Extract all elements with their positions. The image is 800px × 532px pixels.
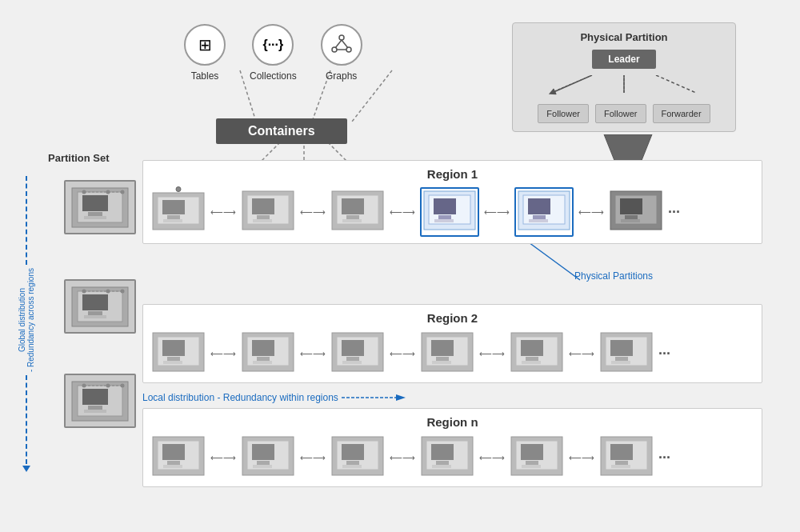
svg-rect-123 [252, 444, 274, 460]
svg-rect-129 [346, 461, 359, 465]
svg-rect-98 [342, 361, 362, 364]
svg-rect-128 [342, 444, 364, 460]
svg-rect-125 [253, 465, 272, 468]
svg-rect-138 [521, 444, 543, 460]
region-1-partitions: ⟵⟶ ⟵⟶ [151, 187, 754, 237]
arrow-rn-1: ⟵⟶ [210, 453, 236, 463]
arrow-rn-2: ⟵⟶ [300, 453, 326, 463]
partition-rn-4 [420, 435, 474, 480]
region-2-title: Region 2 [151, 311, 754, 325]
graphs-label: Graphs [326, 70, 357, 82]
region-n-partitions: ⟵⟶ ⟵⟶ ⟵⟶ [151, 435, 754, 480]
svg-rect-47 [88, 406, 102, 410]
svg-rect-133 [431, 444, 454, 460]
svg-rect-76 [528, 198, 550, 214]
svg-rect-48 [84, 410, 106, 413]
partition-rn-1 [151, 435, 206, 480]
arrow-r2-5: ⟵⟶ [569, 349, 594, 359]
partition-r1-1 [151, 190, 206, 234]
svg-rect-62 [257, 215, 270, 219]
svg-rect-73 [434, 219, 454, 222]
arrow-r1-2: ⟵⟶ [300, 207, 326, 218]
arrow-rn-5: ⟵⟶ [569, 453, 594, 463]
svg-point-12 [332, 47, 337, 52]
svg-point-11 [339, 35, 344, 40]
arrow-r2-4: ⟵⟶ [479, 349, 505, 359]
pp-followers-row: Follower Follower Forwarder [521, 104, 727, 123]
svg-rect-92 [257, 357, 270, 361]
svg-rect-88 [163, 361, 182, 364]
global-dist-subtitle: - Redundancy across regions [26, 268, 35, 372]
svg-rect-108 [522, 361, 541, 364]
collections-icon-item: {···} Collections [250, 24, 297, 82]
arrow-r1-3: ⟵⟶ [390, 207, 415, 218]
arrow-rn-3: ⟵⟶ [390, 453, 415, 463]
local-dist-arrow [342, 392, 406, 403]
partition-r2-2 [241, 331, 295, 376]
svg-rect-57 [167, 215, 180, 219]
svg-rect-72 [438, 215, 451, 219]
svg-rect-103 [432, 361, 451, 364]
ps-item-2 [64, 279, 136, 334]
svg-rect-111 [610, 340, 633, 356]
pp-leader: Leader [592, 50, 656, 69]
collections-label: Collections [250, 70, 297, 82]
partition-r2-5 [510, 331, 564, 376]
region-1-title: Region 1 [151, 167, 754, 181]
svg-rect-37 [88, 311, 102, 315]
svg-rect-56 [162, 200, 185, 214]
svg-point-43 [121, 289, 125, 293]
svg-rect-107 [526, 357, 538, 361]
region-2-partitions: ⟵⟶ ⟵⟶ ⟵⟶ [151, 331, 754, 376]
svg-rect-118 [162, 444, 185, 460]
ellipsis-rn: ··· [658, 450, 670, 466]
partition-r1-3 [330, 190, 385, 234]
partition-set-col [64, 156, 140, 438]
partition-rn-5 [510, 435, 564, 480]
global-dist-text: Global distribution [18, 288, 26, 352]
graphs-icon [321, 24, 362, 66]
arrow-r1-4: ⟵⟶ [484, 207, 510, 218]
svg-rect-46 [82, 389, 108, 405]
svg-rect-86 [162, 340, 185, 356]
partition-r2-4 [420, 331, 474, 376]
svg-rect-140 [522, 465, 541, 468]
partition-r1-2 [241, 190, 295, 234]
svg-rect-106 [521, 340, 543, 356]
svg-point-53 [121, 383, 125, 387]
svg-line-15 [342, 40, 348, 48]
svg-rect-36 [82, 294, 108, 310]
arrow-r2-1: ⟵⟶ [210, 349, 236, 359]
arrow-r2-2: ⟵⟶ [300, 349, 326, 359]
svg-rect-143 [610, 444, 633, 460]
svg-rect-87 [167, 357, 180, 361]
svg-rect-93 [253, 361, 272, 364]
svg-point-33 [121, 190, 125, 194]
svg-rect-82 [625, 215, 638, 219]
tables-icon-item: ⊞ Tables [184, 24, 226, 82]
partition-rn-6 [599, 435, 654, 480]
region-2-box: Region 2 ⟵⟶ [142, 304, 762, 383]
physical-partitions-label: Physical Partitions [574, 270, 653, 282]
partition-r1-4-highlighted [420, 187, 479, 237]
svg-rect-120 [163, 465, 182, 468]
partition-r2-1 [151, 331, 206, 376]
svg-rect-83 [621, 219, 640, 222]
pp-follower-2: Follower [595, 104, 646, 123]
partition-r2-6 [599, 331, 654, 376]
region-n-box: Region n ⟵⟶ [142, 408, 762, 487]
partition-r1-6-dark [609, 190, 663, 234]
collections-icon: {···} [252, 24, 294, 66]
svg-line-19 [656, 75, 696, 93]
svg-rect-58 [163, 219, 182, 222]
ps-item-1 [64, 180, 136, 234]
svg-rect-91 [252, 340, 274, 356]
svg-rect-38 [84, 315, 106, 318]
svg-line-17 [552, 75, 592, 93]
svg-rect-124 [257, 461, 270, 465]
svg-rect-113 [611, 361, 630, 364]
svg-rect-77 [533, 215, 546, 219]
svg-rect-130 [342, 465, 362, 468]
local-dist-row: Local distribution - Redundancy within r… [142, 392, 406, 403]
ellipsis-r2: ··· [658, 346, 670, 362]
